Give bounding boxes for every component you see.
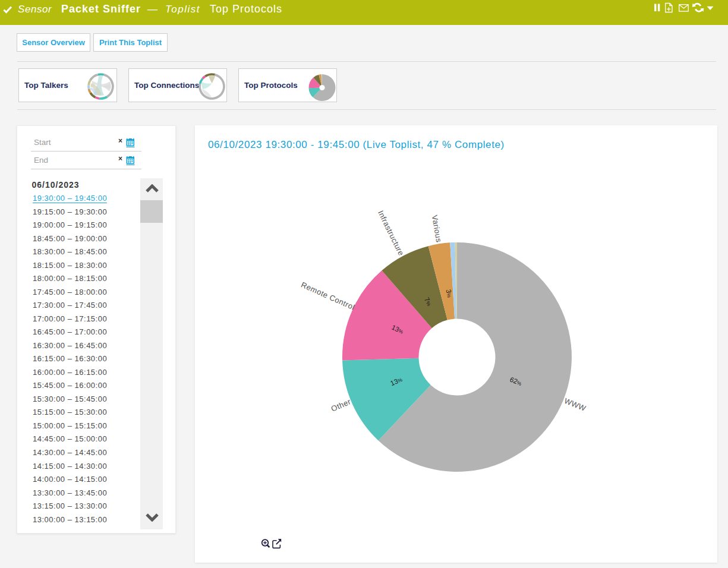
svg-text:Remote Control: Remote Control bbox=[300, 280, 356, 311]
svg-text:WWW: WWW bbox=[563, 396, 587, 413]
svg-text:Other: Other bbox=[330, 397, 352, 414]
svg-text:Various: Various bbox=[430, 214, 443, 243]
svg-text:Infrastructure: Infrastructure bbox=[376, 209, 406, 257]
